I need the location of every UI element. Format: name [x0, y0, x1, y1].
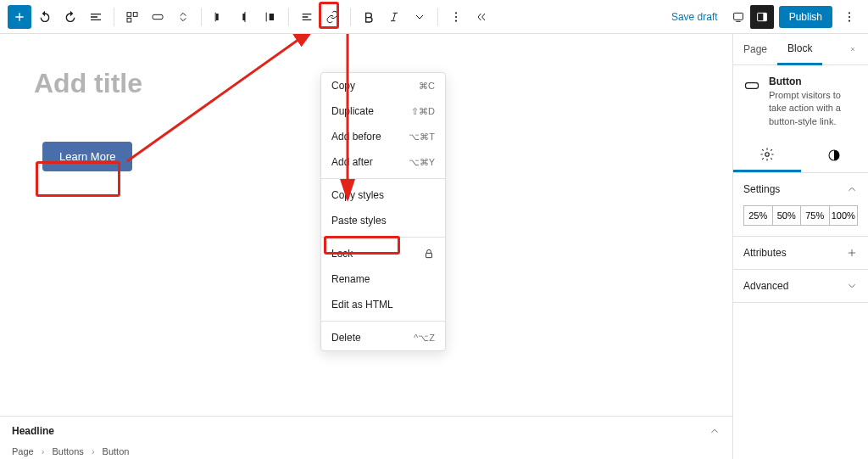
align-right-button[interactable]: [259, 5, 282, 29]
svg-rect-3: [153, 14, 163, 19]
tab-page[interactable]: Page: [733, 35, 777, 64]
add-block-button[interactable]: [8, 5, 31, 29]
editor-canvas: Add title Learn More Copy⌘C Duplicate⇧⌘D…: [0, 34, 732, 459]
settings-sidebar-button[interactable]: [750, 5, 774, 29]
italic-button[interactable]: [382, 5, 406, 29]
toolbar: Save draft Publish: [0, 0, 868, 34]
width-25[interactable]: 25%: [743, 205, 773, 226]
gear-icon: [760, 147, 775, 162]
contrast-icon: [826, 148, 842, 163]
options-button[interactable]: [837, 5, 861, 29]
width-75[interactable]: 75%: [801, 205, 830, 226]
width-100[interactable]: 100%: [830, 205, 859, 226]
menu-lock[interactable]: Lock: [321, 241, 445, 266]
text-align-button[interactable]: [295, 5, 319, 29]
svg-rect-19: [426, 253, 432, 257]
svg-rect-7: [244, 12, 245, 22]
document-overview-button[interactable]: [84, 5, 108, 29]
breadcrumb: Page › Buttons › Button: [0, 444, 732, 459]
block-options-menu: Copy⌘C Duplicate⇧⌘D Add before⌥⌘T Add af…: [320, 72, 446, 351]
svg-rect-13: [733, 13, 743, 20]
width-buttons: 25% 50% 75% 100%: [743, 205, 858, 226]
save-draft-button[interactable]: Save draft: [663, 6, 726, 28]
undo-button[interactable]: [33, 5, 57, 29]
svg-rect-9: [266, 12, 267, 21]
svg-rect-1: [133, 12, 137, 16]
more-options-button[interactable]: [444, 5, 468, 29]
svg-point-12: [455, 20, 457, 21]
width-50[interactable]: 50%: [773, 205, 802, 226]
panel-attributes-header[interactable]: Attributes: [733, 237, 868, 269]
parent-block-button[interactable]: [120, 5, 144, 29]
collapse-toolbar-button[interactable]: [470, 5, 493, 29]
button-block-icon: [743, 77, 760, 94]
svg-rect-15: [763, 13, 766, 20]
menu-copy-styles[interactable]: Copy styles: [321, 182, 445, 208]
learn-more-button[interactable]: Learn More: [42, 142, 132, 171]
block-title: Button: [769, 76, 858, 87]
svg-point-10: [455, 12, 457, 14]
button-block[interactable]: Learn More: [42, 142, 132, 171]
subtab-settings[interactable]: [733, 138, 801, 172]
headline-label: Headline: [12, 425, 54, 437]
svg-rect-2: [127, 18, 131, 22]
menu-rename[interactable]: Rename: [321, 266, 445, 292]
redo-button[interactable]: [58, 5, 82, 29]
chevron-down-icon: [846, 280, 858, 292]
svg-rect-5: [215, 12, 216, 21]
svg-point-23: [765, 152, 770, 156]
more-text-button[interactable]: [408, 5, 431, 29]
move-tool-button[interactable]: [171, 5, 195, 29]
breadcrumb-buttons[interactable]: Buttons: [53, 446, 84, 456]
plus-icon: [846, 247, 858, 259]
chevron-up-icon: [709, 425, 721, 437]
chevron-up-icon: [846, 183, 858, 195]
svg-rect-22: [746, 83, 759, 89]
subtab-styles[interactable]: [801, 138, 869, 172]
svg-rect-4: [216, 14, 219, 20]
menu-paste-styles[interactable]: Paste styles: [321, 208, 445, 233]
menu-copy[interactable]: Copy⌘C: [321, 73, 445, 98]
svg-point-18: [849, 20, 850, 21]
block-type-button-icon[interactable]: [146, 5, 170, 29]
panel-settings-header[interactable]: Settings: [733, 173, 868, 205]
headline-bar[interactable]: Headline: [0, 416, 732, 445]
svg-rect-8: [270, 14, 274, 20]
block-description: Prompt visitors to take action with a bu…: [769, 89, 858, 128]
menu-edit-html[interactable]: Edit as HTML: [321, 292, 445, 317]
svg-point-11: [455, 15, 457, 17]
breadcrumb-page[interactable]: Page: [12, 446, 34, 456]
close-icon: [849, 43, 856, 55]
menu-duplicate[interactable]: Duplicate⇧⌘D: [321, 98, 445, 124]
publish-button[interactable]: Publish: [779, 6, 832, 28]
svg-rect-0: [127, 12, 131, 16]
tab-block[interactable]: Block: [777, 34, 822, 65]
settings-sidebar: Page Block Button Prompt visitors to tak…: [732, 34, 868, 459]
svg-point-16: [849, 12, 850, 14]
svg-point-17: [849, 15, 850, 17]
block-info: Button Prompt visitors to take action wi…: [733, 65, 868, 138]
menu-delete[interactable]: Delete^⌥Z: [321, 325, 445, 350]
bold-button[interactable]: [357, 5, 381, 29]
lock-icon: [423, 248, 435, 260]
panel-advanced-header[interactable]: Advanced: [733, 270, 868, 302]
menu-add-after[interactable]: Add after⌥⌘Y: [321, 149, 445, 175]
link-button[interactable]: [320, 5, 344, 29]
menu-add-before[interactable]: Add before⌥⌘T: [321, 124, 445, 149]
close-sidebar-button[interactable]: [844, 41, 861, 58]
align-left-button[interactable]: [208, 5, 231, 29]
breadcrumb-button[interactable]: Button: [103, 446, 130, 456]
align-center-button[interactable]: [233, 5, 257, 29]
preview-button[interactable]: [726, 5, 750, 29]
